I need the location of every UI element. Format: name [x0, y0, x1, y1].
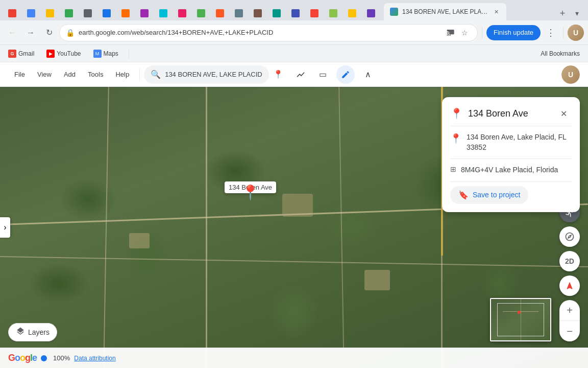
path-tool-button[interactable] [291, 65, 310, 84]
zoom-level-text: 100% [53, 354, 70, 362]
toolbar-menu: File View Add Tools Help [8, 66, 135, 82]
north-indicator-button[interactable] [559, 275, 580, 296]
zoom-indicator: 100% [41, 354, 70, 362]
tab-bg-item[interactable] [101, 6, 119, 20]
all-bookmarks-label: All Bookmarks [541, 50, 580, 57]
youtube-icon: ▶ [46, 50, 55, 58]
tab-bg-item[interactable] [25, 6, 43, 20]
tab-bg-item[interactable] [195, 6, 213, 20]
gmail-icon: G [8, 50, 16, 58]
forward-button[interactable]: → [22, 25, 39, 41]
zoom-in-button[interactable]: + [559, 300, 580, 320]
tab-favicon [121, 9, 130, 17]
tab-bg-item[interactable] [119, 6, 138, 20]
shape-tool-button[interactable]: ▭ [314, 65, 332, 84]
tab-favicon [329, 9, 337, 17]
layers-area: Layers [8, 323, 57, 341]
bookmark-gmail-label: Gmail [18, 50, 34, 57]
tab-expand-button[interactable]: ▾ [570, 6, 584, 20]
info-card-title: 134 Boren Ave [468, 108, 528, 119]
tab-bg-item[interactable] [346, 6, 364, 20]
search-text: 134 BOREN AVE, LAKE PLACID [165, 71, 262, 78]
save-to-project-button[interactable]: 🔖 Save to project [450, 186, 528, 204]
finish-update-button[interactable]: Finish update [486, 25, 541, 40]
browser-frame: 134 BOREN AVE, LAKE PLACID - Google Eart… [0, 0, 588, 368]
collapse-toolbar-button[interactable]: ∧ [359, 65, 377, 84]
google-logo: Google [8, 353, 37, 363]
zoom-controls: + − [559, 300, 580, 341]
info-card-header: 📍 134 Boren Ave ✕ [442, 97, 580, 126]
clearing-1 [129, 233, 150, 248]
zoom-circle [41, 355, 47, 361]
info-close-button[interactable]: ✕ [555, 105, 572, 122]
bookmark-gmail[interactable]: G Gmail [4, 48, 38, 60]
tab-favicon [46, 9, 54, 17]
toolbar-tools: 📍 ▭ ∧ [269, 65, 377, 84]
data-attribution-link[interactable]: Data attribution [74, 355, 115, 362]
map-background: 134 Boren Ave 📍 › 📍 134 Boren Ave ✕ [0, 87, 588, 368]
measure-tool-button[interactable] [336, 65, 355, 84]
layers-label: Layers [28, 328, 50, 336]
menu-help[interactable]: Help [109, 66, 135, 82]
tab-bg-item[interactable] [289, 6, 308, 20]
cast-button[interactable] [445, 27, 457, 39]
map-pin[interactable]: 📍 [241, 184, 259, 201]
earth-search-bar[interactable]: 🔍 134 BOREN AVE, LAKE PLACID [144, 65, 269, 84]
tab-favicon [291, 9, 300, 17]
back-button[interactable]: ← [4, 25, 20, 41]
search-icon: 🔍 [151, 70, 161, 79]
bookmark-star-button[interactable]: ☆ [459, 27, 471, 39]
tab-bg-item[interactable] [214, 6, 232, 20]
tab-favicon [103, 9, 111, 17]
expand-left-button[interactable]: › [0, 217, 10, 238]
tab-bg-item[interactable] [176, 6, 194, 20]
info-pluscode-text: 8M4G+4V Lake Placid, Florida [461, 165, 558, 175]
browser-menu-button[interactable]: ⋮ [543, 25, 559, 41]
save-icon: 🔖 [458, 190, 469, 200]
profile-avatar[interactable]: U [568, 25, 584, 41]
tab-bg-item[interactable] [44, 6, 62, 20]
info-address-text: 134 Boren Ave, Lake Placid, FL 33852 [467, 132, 572, 152]
tab-bg-item[interactable] [271, 6, 289, 20]
compass-button[interactable] [559, 226, 580, 247]
layers-button[interactable]: Layers [8, 323, 57, 341]
bookmarks-bar: G Gmail ▶ YouTube M Maps All Bookmarks [0, 45, 588, 62]
tab-strip: 134 BOREN AVE, LAKE PLACID - Google Eart… [6, 3, 553, 20]
earth-toolbar: File View Add Tools Help 🔍 134 BOREN AVE… [0, 62, 588, 87]
tab-favicon [159, 9, 167, 17]
address-bar[interactable]: 🔒 earth.google.com/web/search/134+BOREN+… [59, 24, 478, 41]
tab-bg-item[interactable] [63, 6, 81, 20]
earth-profile-avatar[interactable]: U [561, 65, 580, 84]
menu-file[interactable]: File [8, 66, 31, 82]
active-tab[interactable]: 134 BOREN AVE, LAKE PLACID - Google Eart… [384, 3, 506, 20]
menu-view[interactable]: View [31, 66, 58, 82]
tab-favicon [216, 9, 224, 17]
tab-bg-item[interactable] [6, 6, 24, 20]
active-tab-title: 134 BOREN AVE, LAKE PLACID - Google Eart… [402, 8, 488, 15]
tab-bg-item[interactable] [252, 6, 270, 20]
map-container[interactable]: 134 Boren Ave 📍 › 📍 134 Boren Ave ✕ [0, 87, 588, 368]
pin-tool-button[interactable]: 📍 [269, 65, 287, 84]
menu-add[interactable]: Add [58, 66, 82, 82]
reload-button[interactable]: ↻ [41, 25, 57, 41]
tab-bg-item[interactable] [138, 6, 157, 20]
tab-bg-item[interactable] [365, 6, 383, 20]
minimap[interactable] [490, 298, 551, 341]
tab-favicon [273, 9, 281, 17]
two-d-button[interactable]: 2D [559, 251, 580, 271]
tab-bg-item[interactable] [82, 6, 100, 20]
bookmark-maps[interactable]: M Maps [89, 48, 122, 60]
tab-bg-item[interactable] [327, 6, 346, 20]
info-pin-icon: 📍 [450, 107, 463, 120]
tab-close-button[interactable]: ✕ [492, 8, 500, 16]
tab-bg-item[interactable] [233, 6, 251, 20]
new-tab-button[interactable]: + [555, 6, 570, 20]
bookmark-youtube[interactable]: ▶ YouTube [42, 48, 85, 60]
all-bookmarks[interactable]: All Bookmarks [536, 48, 584, 59]
tab-favicon [178, 9, 186, 17]
tab-bg-item[interactable] [157, 6, 176, 20]
tab-bg-item[interactable] [308, 6, 327, 20]
bg-tabs-group [6, 6, 383, 20]
menu-tools[interactable]: Tools [82, 66, 109, 82]
zoom-out-button[interactable]: − [559, 321, 580, 341]
